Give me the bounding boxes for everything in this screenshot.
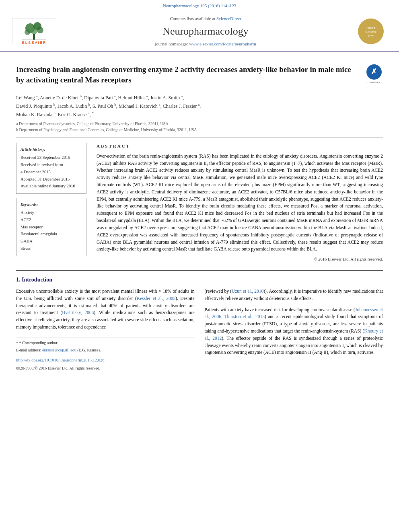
email-note: E-mail address: ekrause@cop.ufl.edu (E.G… bbox=[16, 347, 195, 353]
introduction-content: Excessive uncontrollable anxiety is the … bbox=[16, 288, 383, 371]
copyright-line: © 2016 Elsevier Ltd. All rights reserved… bbox=[97, 256, 383, 263]
ref-khoury[interactable]: Khoury et al., 2012 bbox=[205, 329, 383, 341]
science-direct-line: Contents lists available at ScienceDirec… bbox=[60, 15, 351, 22]
svg-point-5 bbox=[25, 29, 30, 35]
keywords-title: Keywords: bbox=[21, 201, 82, 207]
article-title: Increasing brain angiotensin converting … bbox=[16, 64, 359, 86]
authors-line1: Lei Wang a, Annette D. de Kloet b, Dipan… bbox=[16, 93, 383, 102]
article-title-section: Increasing brain angiotensin converting … bbox=[16, 58, 383, 90]
keyword-anxiety: Anxiety bbox=[21, 210, 82, 216]
svg-text:nature: nature bbox=[366, 26, 375, 29]
intro-para-right-2: Patients with anxiety have increased ris… bbox=[205, 306, 383, 357]
article-history-title: Article history: bbox=[21, 146, 82, 152]
issn-line: 0028-3908/© 2016 Elsevier Ltd. All right… bbox=[16, 365, 195, 372]
ref-uzun[interactable]: Uzun et al., 2010 bbox=[232, 289, 263, 294]
journal-header: ELSEVIER Contents lists available at Sci… bbox=[0, 11, 399, 52]
article-info-abstract-section: Article history: Received 23 September 2… bbox=[16, 138, 383, 263]
page: Neuropharmacology 105 (2016) 114–123 ELS… bbox=[0, 0, 399, 377]
ref-kessler[interactable]: Kessler et al., 2005 bbox=[137, 296, 175, 301]
received-row: Received 23 September 2015 bbox=[21, 154, 82, 161]
abstract-column: ABSTRACT Over-activation of the brain re… bbox=[97, 143, 383, 263]
homepage-label: journal homepage: bbox=[155, 41, 188, 46]
keyword-stress: Stress bbox=[21, 245, 82, 252]
article-history-box: Article history: Received 23 September 2… bbox=[16, 143, 86, 194]
revised-date-row: 4 December 2015 bbox=[21, 169, 82, 175]
intro-col-left: Excessive uncontrollable anxiety is the … bbox=[16, 288, 195, 371]
keyword-basolateral: Basolateral amygdala bbox=[21, 231, 82, 237]
crossmark-label: CrossMark bbox=[368, 80, 380, 85]
elsevier-logo-area: ELSEVIER bbox=[8, 18, 60, 44]
keyword-mas-receptor: Mas receptor bbox=[21, 224, 82, 230]
doi-area: http://dx.doi.org/10.1016/j.neuropharm.2… bbox=[16, 357, 195, 364]
affiliations-block: a Department of Pharmacodynamics, Colleg… bbox=[16, 121, 383, 133]
nature-logo-area: nature publishing group bbox=[351, 17, 391, 45]
email-link[interactable]: ekrause@cop.ufl.edu bbox=[42, 348, 77, 352]
svg-rect-1 bbox=[33, 34, 35, 40]
svg-point-4 bbox=[31, 28, 37, 34]
introduction-title: 1. Introduction bbox=[16, 275, 383, 284]
footnote-area: * * Corresponding author. E-mail address… bbox=[16, 337, 195, 353]
available-row: Available online 6 January 2016 bbox=[21, 183, 82, 189]
corresponding-author-note: * * Corresponding author. bbox=[16, 340, 195, 346]
introduction-section: 1. Introduction Excessive uncontrollable… bbox=[16, 270, 383, 371]
contents-label: Contents lists available at bbox=[170, 16, 215, 21]
revised-label-row: Received in revised form bbox=[21, 162, 82, 168]
ref-johannessen[interactable]: Johannessen et al., 2006; Thurston et al… bbox=[205, 307, 383, 319]
intro-col-right: (reviewed by (Uzun et al., 2010)). Accor… bbox=[205, 288, 383, 371]
affiliation-b: b Department of Physiology and Functiona… bbox=[16, 127, 383, 133]
svg-point-6 bbox=[37, 27, 43, 33]
journal-citation: Neuropharmacology 105 (2016) 114–123 bbox=[163, 3, 237, 8]
elsevier-logo-svg: ELSEVIER bbox=[12, 18, 56, 44]
authors-line2: David J. Pioquinto b, Jacob A. Ludin b, … bbox=[16, 102, 383, 110]
ref-bystritsky[interactable]: Bystritsky, 2006 bbox=[62, 310, 94, 315]
accepted-row: Accepted 31 December 2015 bbox=[21, 176, 82, 183]
keywords-box: Keywords: Anxiety ACE2 Mas receptor Baso… bbox=[16, 198, 86, 256]
svg-text:group: group bbox=[368, 34, 374, 37]
crossmark-icon: ✗ bbox=[366, 64, 382, 80]
authors-line3: Mohan K. Raizada b, Eric G. Krause a, * bbox=[16, 110, 383, 119]
article-info-column: Article history: Received 23 September 2… bbox=[16, 143, 86, 263]
svg-text:ELSEVIER: ELSEVIER bbox=[22, 41, 47, 44]
journal-top-bar: Neuropharmacology 105 (2016) 114–123 bbox=[0, 0, 399, 11]
abstract-text: Over-activation of the brain renin-angio… bbox=[97, 153, 383, 253]
affiliation-a: a Department of Pharmacodynamics, Colleg… bbox=[16, 121, 383, 127]
journal-header-center: Contents lists available at ScienceDirec… bbox=[60, 15, 351, 47]
nature-logo-svg: nature publishing group bbox=[356, 17, 386, 45]
intro-para-right-1: (reviewed by (Uzun et al., 2010)). Accor… bbox=[205, 288, 383, 302]
svg-text:publishing: publishing bbox=[365, 31, 376, 33]
crossmark-badge: ✗ CrossMark bbox=[365, 64, 383, 85]
science-direct-link[interactable]: ScienceDirect bbox=[216, 16, 241, 21]
keyword-gaba: GABA bbox=[21, 238, 82, 244]
article-content: Increasing brain angiotensin converting … bbox=[0, 52, 399, 378]
journal-name: Neuropharmacology bbox=[60, 23, 351, 39]
intro-para-1: Excessive uncontrollable anxiety is the … bbox=[16, 288, 195, 331]
journal-homepage: journal homepage: www.elsevier.com/locat… bbox=[60, 41, 351, 47]
homepage-link[interactable]: www.elsevier.com/locate/neuropharm bbox=[189, 41, 256, 46]
keyword-ace2: ACE2 bbox=[21, 217, 82, 223]
authors-block: Lei Wang a, Annette D. de Kloet b, Dipan… bbox=[16, 93, 383, 119]
abstract-section-title: ABSTRACT bbox=[97, 143, 383, 150]
doi-link[interactable]: http://dx.doi.org/10.1016/j.neuropharm.2… bbox=[16, 358, 104, 362]
